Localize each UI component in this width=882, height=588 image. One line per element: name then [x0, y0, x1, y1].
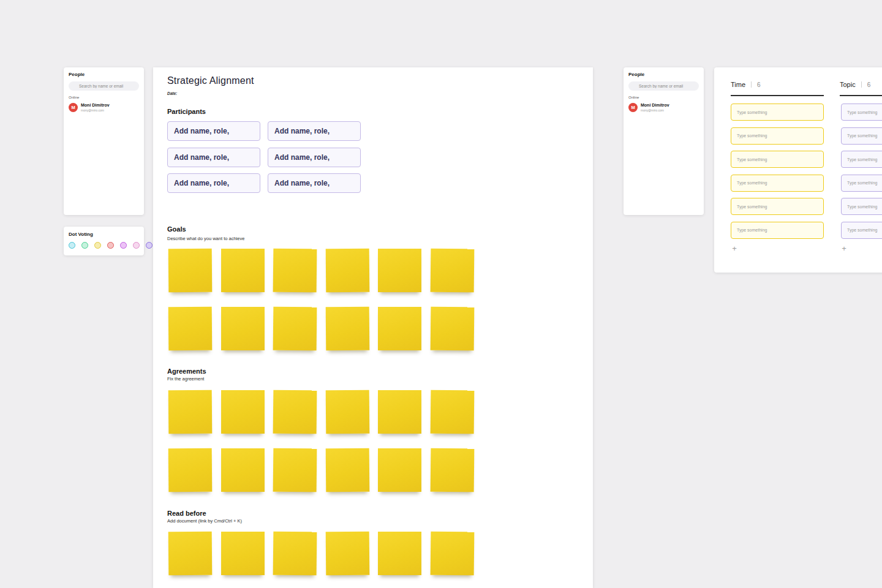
vote-dot-pink[interactable]	[133, 242, 140, 249]
agreements-subtitle: Fix the agreement	[167, 376, 204, 382]
participants-heading: Participants	[167, 108, 206, 115]
dot-voting-title: Dot Voting	[69, 232, 93, 237]
sticky-note[interactable]	[325, 390, 369, 434]
divider	[861, 81, 862, 88]
people-panel-right: People Online M Moni Dimitrov mony@miro.…	[624, 67, 704, 215]
participant-input[interactable]: Add name, role,	[268, 173, 361, 193]
participants-grid: Add name, role, Add name, role, Add name…	[167, 121, 361, 193]
online-label: Online	[69, 96, 79, 99]
topic-input[interactable]: Type something	[841, 151, 882, 168]
board-canvas: Strategic Alignment Date: Participants A…	[153, 67, 593, 588]
vote-dot-magenta[interactable]	[120, 242, 127, 249]
sticky-note[interactable]	[221, 390, 265, 434]
goals-subtitle: Describe what do you want to achieve	[167, 236, 244, 241]
sticky-note[interactable]	[378, 448, 421, 492]
vote-dot-green[interactable]	[81, 242, 88, 249]
time-topic-panel: Time 6 Type something Type something Typ…	[714, 67, 882, 273]
time-input[interactable]: Type something	[731, 151, 824, 168]
user-email: mony@miro.com	[81, 108, 104, 112]
time-column: Type something Type something Type somet…	[731, 104, 824, 239]
topic-input[interactable]: Type something	[841, 175, 882, 192]
search-input[interactable]	[69, 81, 139, 91]
time-input[interactable]: Type something	[731, 127, 824, 145]
vote-dot-red[interactable]	[107, 242, 114, 249]
people-panel-left: People Online M Moni Dimitrov mony@miro.…	[64, 67, 144, 215]
topic-input[interactable]: Type something	[841, 127, 882, 145]
sticky-note[interactable]	[273, 532, 317, 576]
participant-input[interactable]: Add name, role,	[167, 148, 260, 167]
time-count: 6	[757, 81, 761, 88]
user-list-item[interactable]: M Moni Dimitrov mony@miro.com	[69, 102, 139, 113]
user-name: Moni Dimitrov	[81, 103, 110, 107]
dot-voting-panel: Dot Voting	[64, 227, 144, 255]
user-email: mony@miro.com	[641, 108, 664, 112]
time-label: Time	[731, 81, 745, 88]
vote-dot-violet[interactable]	[146, 242, 153, 249]
sticky-note[interactable]	[378, 390, 421, 434]
people-panel-title: People	[628, 72, 644, 77]
topic-underline	[840, 95, 882, 96]
sticky-note[interactable]	[273, 307, 317, 351]
avatar: M	[69, 103, 78, 112]
sticky-note[interactable]	[221, 532, 265, 575]
topic-input[interactable]: Type something	[841, 222, 882, 239]
participant-input[interactable]: Add name, role,	[167, 173, 260, 193]
user-name: Moni Dimitrov	[641, 103, 669, 107]
topic-column: Type something Type something Type somet…	[841, 104, 882, 239]
board-title: Strategic Alignment	[167, 75, 254, 86]
goals-heading: Goals	[167, 225, 186, 233]
sticky-note[interactable]	[378, 249, 421, 292]
sticky-note[interactable]	[273, 448, 317, 492]
sticky-note[interactable]	[168, 249, 213, 293]
sticky-note[interactable]	[325, 532, 369, 576]
time-input[interactable]: Type something	[731, 222, 824, 239]
sticky-note[interactable]	[325, 448, 369, 492]
participant-input[interactable]: Add name, role,	[167, 121, 260, 141]
sticky-note[interactable]	[221, 448, 265, 492]
avatar: M	[628, 103, 638, 112]
divider	[751, 81, 752, 88]
search-input[interactable]	[628, 81, 699, 91]
participant-input[interactable]: Add name, role,	[268, 121, 361, 141]
dot-voting-row	[69, 242, 153, 249]
agreements-heading: Agreements	[167, 368, 206, 375]
topic-label: Topic	[840, 81, 856, 88]
sticky-note[interactable]	[221, 307, 265, 350]
sticky-note[interactable]	[325, 307, 369, 351]
sticky-note[interactable]	[273, 249, 317, 293]
sticky-note[interactable]	[168, 448, 213, 492]
sticky-note[interactable]	[325, 249, 369, 293]
add-time-button[interactable]: +	[730, 244, 739, 253]
time-header: Time 6	[731, 81, 761, 88]
sticky-note[interactable]	[168, 307, 213, 351]
people-panel-title: People	[69, 72, 85, 77]
user-list-item[interactable]: M Moni Dimitrov mony@miro.com	[628, 102, 699, 113]
sticky-note[interactable]	[430, 390, 474, 434]
topic-input[interactable]: Type something	[841, 104, 882, 121]
add-topic-button[interactable]: +	[840, 244, 848, 253]
topic-count: 6	[867, 81, 871, 88]
sticky-note[interactable]	[168, 532, 213, 576]
topic-input[interactable]: Type something	[841, 198, 882, 215]
sticky-note[interactable]	[168, 390, 213, 434]
time-input[interactable]: Type something	[731, 104, 824, 121]
sticky-note[interactable]	[221, 249, 265, 292]
agreements-sticky-grid	[168, 390, 474, 492]
time-underline	[731, 95, 824, 96]
sticky-note[interactable]	[430, 532, 474, 576]
vote-dot-cyan[interactable]	[69, 242, 75, 249]
sticky-note[interactable]	[430, 307, 474, 351]
sticky-note[interactable]	[430, 448, 474, 492]
topic-header: Topic 6	[840, 81, 870, 88]
sticky-note[interactable]	[378, 532, 421, 575]
read-before-heading: Read before	[167, 510, 206, 517]
read-before-sticky-grid	[168, 532, 474, 575]
sticky-note[interactable]	[430, 249, 474, 293]
participant-input[interactable]: Add name, role,	[268, 148, 361, 167]
sticky-note[interactable]	[378, 307, 421, 350]
goals-sticky-grid	[168, 249, 474, 350]
vote-dot-yellow[interactable]	[94, 242, 101, 249]
time-input[interactable]: Type something	[731, 198, 824, 215]
time-input[interactable]: Type something	[731, 175, 824, 192]
sticky-note[interactable]	[273, 390, 317, 434]
